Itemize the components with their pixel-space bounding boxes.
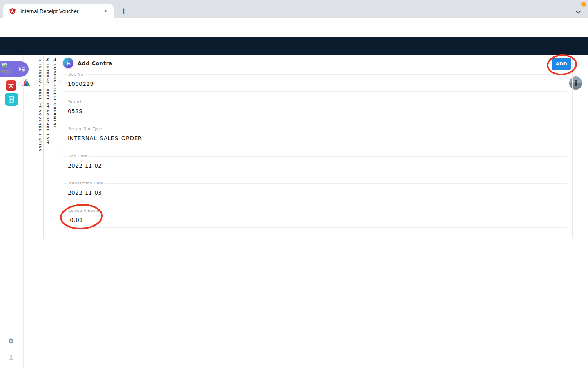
browser-toolbar: akaun.cloud/#/applet/tnt/wavelet/erp/int…	[0, 18, 588, 37]
new-tab-button[interactable]: +	[118, 6, 129, 16]
angular-favicon-icon	[9, 8, 16, 15]
browser-tab[interactable]: Internal Receipt Voucher ×	[3, 4, 114, 18]
user-profile-photo-avatar[interactable]	[569, 76, 582, 90]
tab-title: Internal Receipt Voucher	[20, 8, 78, 14]
app-navbar: akaun	[0, 37, 588, 55]
step-number: 3	[53, 57, 56, 62]
settings-gear-icon[interactable]	[8, 338, 14, 344]
form-field[interactable]: Contra Amount -0.01	[62, 211, 568, 228]
form-field[interactable]: Server Doc Type INTERNAL_SALES_ORDER	[62, 129, 568, 146]
cjk-glyph-icon	[7, 82, 15, 89]
field-value: -0.01	[68, 217, 83, 223]
step-label: CONTRA SELECT DOCUMENT	[53, 64, 56, 129]
tab-search-chevron-icon[interactable]	[574, 8, 582, 16]
field-label: Doc Date	[67, 154, 89, 158]
step-tab[interactable]: 1 INTERNAL RECEIPT VOUCHER LISTING	[36, 56, 43, 239]
form-field[interactable]: Branch 05SS	[62, 102, 568, 119]
field-value: 2022-11-03	[68, 189, 102, 196]
sidebar-app-icon-teal[interactable]	[5, 93, 18, 106]
field-label: Server Doc Type	[67, 126, 104, 131]
page-back-button[interactable]	[63, 58, 74, 68]
field-label: Contra Amount	[67, 208, 101, 213]
contra-form: Doc No 1000229 Branch 05SS Server Doc Ty…	[62, 74, 568, 238]
field-value: 1000229	[68, 81, 94, 87]
sidebar-divider	[23, 55, 24, 368]
logo-alt-text: logo	[1, 68, 12, 74]
step-label: INTERNAL RECEIPT VOUCHER LISTING	[38, 64, 42, 152]
field-value: INTERNAL_SALES_ORDER	[68, 135, 142, 141]
page-title: Add Contra	[78, 60, 112, 66]
panel-divider	[572, 57, 573, 238]
sidebar-logo-pill[interactable]: logo	[0, 61, 29, 77]
form-field[interactable]: Doc No 1000229	[62, 74, 568, 92]
browser-tabstrip: Internal Receipt Voucher × +	[0, 0, 588, 18]
recording-indicator-dot	[581, 2, 586, 7]
akaun-logo-icon	[21, 78, 31, 87]
field-label: Transaction Date	[67, 181, 105, 185]
field-value: 05SS	[68, 108, 82, 114]
account-person-icon[interactable]	[8, 354, 15, 361]
step-label: INTERNAL RECEIPT VOUCHER EDIT	[46, 64, 49, 144]
step-number: 1	[38, 57, 41, 62]
form-field[interactable]: Transaction Date 2022-11-03	[62, 183, 568, 200]
reply-arrow-icon	[65, 60, 71, 66]
step-tabs: 1 INTERNAL RECEIPT VOUCHER LISTING 2 INT…	[36, 56, 58, 239]
sidebar-toggle-icon[interactable]	[18, 65, 26, 73]
add-button[interactable]: ADD	[552, 58, 571, 70]
step-tab[interactable]: 3 CONTRA SELECT DOCUMENT	[51, 56, 58, 239]
field-label: Branch	[67, 99, 85, 104]
sidebar-app-icon-red[interactable]	[6, 80, 16, 91]
field-label: Doc No	[67, 72, 85, 76]
form-field[interactable]: Doc Date 2022-11-02	[62, 156, 568, 173]
step-number: 2	[46, 57, 49, 62]
browser-window: { "browser": { "tab_title": "Internal Re…	[0, 0, 588, 368]
field-value: 2022-11-02	[68, 162, 102, 169]
step-tab[interactable]: 2 INTERNAL RECEIPT VOUCHER EDIT	[43, 56, 51, 239]
tab-close-icon[interactable]: ×	[102, 7, 110, 15]
form-list-icon	[7, 95, 16, 103]
broken-image-icon	[2, 62, 7, 67]
